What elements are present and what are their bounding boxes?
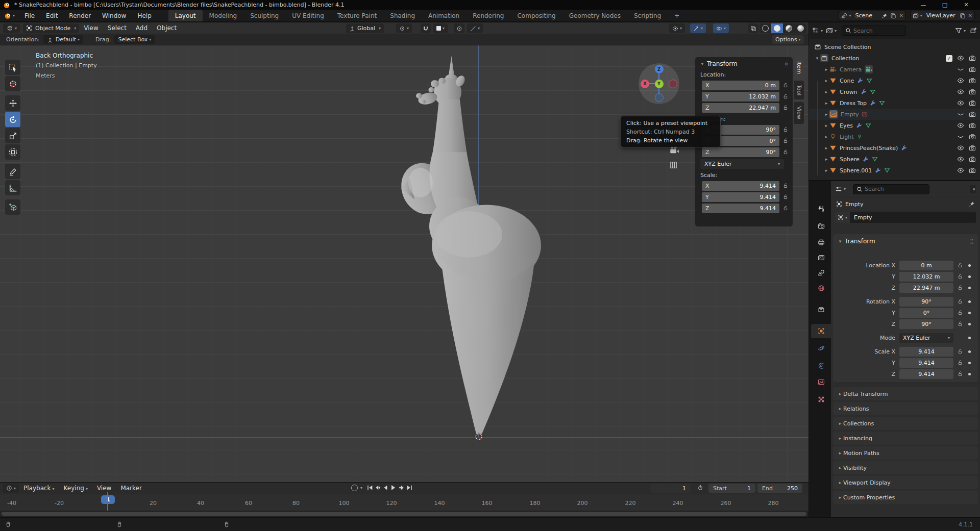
frame-start-field[interactable]: Start1	[708, 484, 755, 493]
hide-in-viewport-icon[interactable]	[957, 55, 964, 62]
prop-scale-x[interactable]: 9.414	[899, 347, 953, 357]
tab-texture-paint[interactable]: Texture Paint	[331, 10, 383, 21]
lock-icon[interactable]	[957, 285, 963, 291]
menu-add[interactable]: Add	[131, 24, 152, 32]
disable-in-renders-icon[interactable]	[969, 122, 976, 129]
menu-object[interactable]: Object	[152, 24, 181, 32]
tab-render-properties[interactable]	[811, 219, 831, 233]
lock-icon[interactable]	[782, 205, 789, 211]
menu-edit[interactable]: Edit	[40, 10, 63, 21]
hide-in-viewport-icon[interactable]	[957, 122, 964, 129]
play-button[interactable]	[389, 484, 398, 492]
properties-options-dropdown[interactable]: ▾	[970, 185, 976, 193]
menu-help[interactable]: Help	[132, 10, 157, 21]
panel-instancing[interactable]: ▸Instancing	[833, 432, 978, 445]
panel-relations[interactable]: ▸Relations	[833, 402, 978, 415]
tab-physics-properties[interactable]	[811, 341, 831, 356]
hide-in-viewport-icon[interactable]	[957, 77, 964, 84]
outliner-row-scene-collection[interactable]: Scene Collection	[809, 41, 980, 53]
lock-icon[interactable]	[782, 82, 789, 88]
animate-dot[interactable]	[968, 275, 971, 278]
tab-texture-properties[interactable]	[811, 392, 831, 407]
outliner-row-dress-top[interactable]: ▸ Dress Top	[809, 97, 980, 109]
animate-dot[interactable]	[968, 373, 971, 375]
outliner-row-eyes[interactable]: ▸ Eyes	[809, 120, 980, 131]
snap-target-dropdown[interactable]: ▾	[433, 23, 448, 33]
prop-rotation-x[interactable]: 90°	[899, 297, 953, 307]
expand-icon[interactable]: ▸	[823, 67, 829, 72]
rotation-mode-dropdown[interactable]: XYZ Euler▾	[700, 159, 784, 169]
disable-in-renders-icon[interactable]	[969, 144, 976, 151]
tab-modeling[interactable]: Modeling	[203, 10, 244, 21]
copy-icon[interactable]	[960, 13, 966, 19]
copy-icon[interactable]	[890, 13, 896, 19]
scene-selector[interactable]: ▾ Scene ✕	[839, 11, 905, 20]
play-reverse-button[interactable]	[382, 484, 389, 492]
show-gizmo-visibility-dropdown[interactable]: ▾	[669, 23, 685, 33]
tab-animation[interactable]: Animation	[422, 10, 466, 21]
navigation-gizmo[interactable]: Z X Y	[639, 63, 679, 104]
outliner-editor-type-button[interactable]: ▾	[812, 27, 823, 34]
menu-marker[interactable]: Marker	[116, 485, 146, 492]
lock-icon[interactable]	[957, 310, 963, 316]
properties-search[interactable]	[853, 184, 929, 194]
animate-dot[interactable]	[968, 300, 971, 303]
jump-to-start-button[interactable]	[366, 484, 374, 492]
animate-dot[interactable]	[968, 350, 971, 353]
lock-icon[interactable]	[782, 127, 789, 133]
tool-select-box[interactable]	[5, 60, 20, 75]
tab-output-properties[interactable]	[811, 235, 831, 249]
expand-icon[interactable]: ▸	[823, 100, 829, 106]
scale-z-field[interactable]: Z9.414	[702, 204, 779, 213]
menu-view[interactable]: View	[92, 485, 116, 492]
outliner-row-collection[interactable]: ▾ Collection ✓	[809, 53, 980, 64]
prop-scale-z[interactable]: 9.414	[899, 369, 953, 379]
mode-dropdown[interactable]: Object Mode▾	[23, 23, 79, 33]
properties-editor-type-button[interactable]: ▾	[835, 186, 846, 193]
lock-icon[interactable]	[782, 149, 789, 155]
lock-icon[interactable]	[782, 194, 789, 200]
object-name-input[interactable]	[854, 214, 972, 221]
lock-icon[interactable]	[957, 262, 963, 268]
prop-rotation-z[interactable]: 90°	[899, 319, 953, 329]
object-name-field[interactable]	[850, 212, 976, 223]
expand-icon[interactable]: ▸	[823, 134, 829, 139]
disable-in-renders-icon[interactable]	[969, 167, 976, 174]
lock-icon[interactable]	[957, 348, 963, 355]
outliner-row-camera[interactable]: ▸ Camera	[809, 64, 980, 75]
lock-icon[interactable]	[782, 138, 789, 144]
tool-move[interactable]	[5, 95, 20, 111]
proportional-editing-toggle[interactable]	[454, 23, 464, 33]
panel-custom-properties[interactable]: ▸Custom Properties	[833, 491, 978, 504]
tool-cursor[interactable]	[5, 76, 20, 91]
disable-in-renders-icon[interactable]	[969, 156, 976, 163]
outliner-row-sphere[interactable]: ▸ Sphere	[809, 154, 980, 165]
menu-keying[interactable]: Keying▾	[59, 485, 92, 492]
disable-in-renders-icon[interactable]	[969, 88, 976, 95]
timeline-ruler[interactable]: -40 -20 20 40 60 80 100 120 140 160 180 …	[0, 494, 808, 511]
prop-rotation-mode-dropdown[interactable]: XYZ Euler▾	[899, 333, 953, 343]
scene-name[interactable]: Scene	[851, 12, 881, 19]
outliner-search-input[interactable]	[853, 28, 904, 34]
menu-file[interactable]: File	[19, 10, 40, 21]
use-preview-range-icon[interactable]	[697, 485, 703, 491]
shading-material-button[interactable]	[783, 23, 795, 33]
timeline-editor-type-button[interactable]: ▾	[3, 484, 19, 493]
tool-transform[interactable]	[5, 144, 20, 160]
tab-rendering[interactable]: Rendering	[466, 10, 510, 21]
snap-toggle[interactable]	[421, 23, 431, 33]
prop-rotation-y[interactable]: 0°	[899, 308, 953, 318]
outliner-display-mode-dropdown[interactable]: ▾	[826, 27, 837, 34]
animate-dot[interactable]	[968, 287, 971, 289]
tab-uv-editing[interactable]: UV Editing	[285, 10, 331, 21]
hide-in-viewport-icon[interactable]	[957, 144, 964, 151]
transform-panel-title[interactable]: Transform	[845, 238, 875, 245]
outliner-row-sphere-001[interactable]: ▸ Sphere.001	[809, 165, 980, 176]
hidden-eye-icon[interactable]	[957, 133, 964, 140]
toggle-projection-icon[interactable]	[669, 161, 678, 169]
shading-wireframe-button[interactable]	[760, 23, 771, 33]
hide-in-viewport-icon[interactable]	[957, 156, 964, 163]
animate-dot[interactable]	[968, 264, 971, 267]
shading-rendered-button[interactable]	[795, 23, 806, 33]
remove-icon[interactable]: ✕	[968, 13, 972, 18]
